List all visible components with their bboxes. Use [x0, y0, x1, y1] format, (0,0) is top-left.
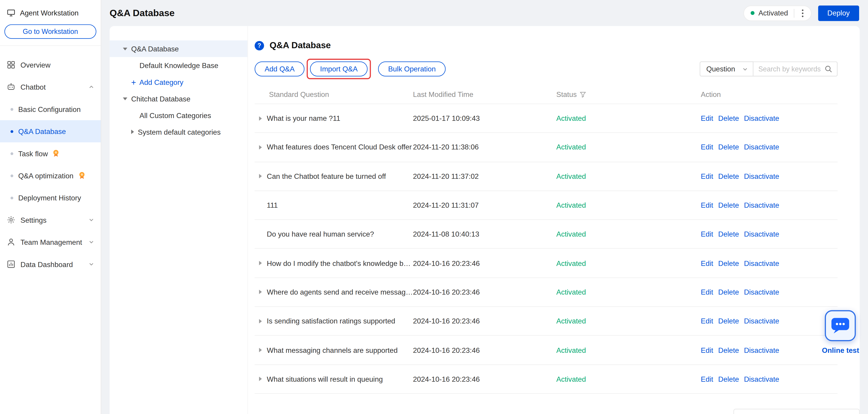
sidebar-item-team-management[interactable]: Team Management	[0, 231, 101, 253]
action-delete-link[interactable]: Delete	[718, 375, 739, 383]
action-edit-link[interactable]: Edit	[701, 317, 713, 325]
deploy-button[interactable]: Deploy	[818, 5, 859, 21]
sidebar-item-basic-configuration[interactable]: Basic Configuration	[0, 98, 101, 120]
sidebar-item-qa-database[interactable]: Q&A Database	[0, 120, 101, 142]
row-question: How do I modify the chatbot's knowledge …	[267, 259, 413, 267]
action-delete-link[interactable]: Delete	[718, 201, 739, 209]
action-delete-link[interactable]: Delete	[718, 230, 739, 238]
expand-caret-icon[interactable]	[259, 319, 262, 323]
tree-item-system-default-categories[interactable]: System default categories	[110, 123, 247, 140]
tree-item-chitchat-database[interactable]: Chitchat Database	[110, 90, 247, 107]
sidebar-item-task-flow[interactable]: Task flow	[0, 142, 101, 165]
action-delete-link[interactable]: Delete	[718, 114, 739, 123]
row-actions: EditDeleteDisactivate	[701, 346, 838, 354]
add-category-button[interactable]: + Add Category	[110, 74, 247, 90]
row-time: 2024-10-16 20:23:46	[413, 259, 556, 267]
action-disactivate-link[interactable]: Disactivate	[744, 230, 779, 238]
action-disactivate-link[interactable]: Disactivate	[744, 288, 779, 296]
row-status: Activated	[556, 172, 701, 181]
expand-caret-icon[interactable]	[259, 290, 262, 294]
tree-item-default-knowledge-base[interactable]: Default Knowledge Base	[110, 57, 247, 74]
sidebar-item-overview[interactable]: Overview	[0, 54, 101, 76]
action-delete-link[interactable]: Delete	[718, 172, 739, 181]
action-disactivate-link[interactable]: Disactivate	[744, 201, 779, 209]
row-time: 2024-10-16 20:23:46	[413, 375, 556, 383]
search-input[interactable]	[758, 65, 824, 73]
activation-status-label: Activated	[758, 9, 788, 17]
action-delete-link[interactable]: Delete	[718, 259, 739, 267]
row-status: Activated	[556, 230, 701, 238]
pagination-bar[interactable]	[734, 409, 860, 414]
tree-item-label: All Custom Categories	[140, 111, 211, 119]
action-delete-link[interactable]: Delete	[718, 346, 739, 354]
tree-item-qa-database[interactable]: Q&A Database	[110, 40, 247, 57]
sidebar-item-qa-optimization[interactable]: Q&A optimization	[0, 165, 101, 186]
expand-caret-icon[interactable]	[259, 261, 262, 265]
row-actions: EditDeleteDisactivate	[701, 288, 838, 296]
table-row[interactable]: What situations will result in queuing 2…	[255, 365, 838, 394]
table-row[interactable]: Do you have real human service? 2024-11-…	[255, 220, 838, 249]
action-edit-link[interactable]: Edit	[701, 114, 713, 123]
action-edit-link[interactable]: Edit	[701, 201, 713, 209]
table-row[interactable]: What features does Tencent Cloud Desk of…	[255, 133, 838, 162]
action-disactivate-link[interactable]: Disactivate	[744, 346, 779, 354]
sidebar-item-deployment-history[interactable]: Deployment History	[0, 187, 101, 209]
sidebar-item-settings[interactable]: Settings	[0, 209, 101, 231]
action-edit-link[interactable]: Edit	[701, 172, 713, 181]
table-row[interactable]: How do I modify the chatbot's knowledge …	[255, 249, 838, 278]
action-disactivate-link[interactable]: Disactivate	[744, 259, 779, 267]
caret-down-icon[interactable]	[123, 97, 127, 100]
action-delete-link[interactable]: Delete	[718, 317, 739, 325]
workspace-label: Agent Workstation	[20, 9, 79, 17]
action-edit-link[interactable]: Edit	[701, 346, 713, 354]
go-to-workstation-button[interactable]: Go to Workstation	[4, 24, 96, 39]
table-row[interactable]: What messaging channels are supported 20…	[255, 336, 838, 365]
topbar-right: Activated Deploy	[743, 5, 859, 21]
plus-icon: +	[131, 78, 136, 86]
row-status: Activated	[556, 143, 701, 151]
table-row[interactable]: 111 2024-11-20 11:31:07 Activated EditDe…	[255, 191, 838, 220]
action-edit-link[interactable]: Edit	[701, 143, 713, 151]
sidebar-item-data-dashboard[interactable]: Data Dashboard	[0, 253, 101, 275]
action-disactivate-link[interactable]: Disactivate	[744, 143, 779, 151]
table-row[interactable]: Is sending satisfaction ratings supporte…	[255, 307, 838, 336]
column-header-status: Status	[556, 90, 701, 99]
table-row[interactable]: Where do agents send and receive message…	[255, 278, 838, 307]
action-disactivate-link[interactable]: Disactivate	[744, 375, 779, 383]
row-actions: EditDeleteDisactivate	[701, 317, 838, 325]
action-edit-link[interactable]: Edit	[701, 259, 713, 267]
add-qa-button[interactable]: Add Q&A	[255, 61, 305, 77]
action-disactivate-link[interactable]: Disactivate	[744, 317, 779, 325]
action-disactivate-link[interactable]: Disactivate	[744, 172, 779, 181]
search-field-select[interactable]: Question	[700, 61, 753, 77]
add-category-label: Add Category	[140, 78, 183, 86]
import-qa-button[interactable]: Import Q&A	[310, 61, 368, 77]
search-icon[interactable]	[824, 65, 833, 73]
caret-right-icon[interactable]	[131, 130, 134, 134]
filter-icon[interactable]	[580, 91, 586, 98]
expand-caret-icon[interactable]	[259, 174, 262, 178]
action-disactivate-link[interactable]: Disactivate	[744, 114, 779, 123]
main-area: Q&A Database Activated Deploy	[101, 0, 868, 414]
action-edit-link[interactable]: Edit	[701, 375, 713, 383]
expand-caret-icon[interactable]	[259, 377, 262, 381]
sidebar-item-chatbot[interactable]: Chatbot	[0, 76, 101, 98]
more-options-button[interactable]	[795, 6, 810, 20]
tree-item-label: Chitchat Database	[131, 94, 190, 103]
table-row[interactable]: Can the Chatbot feature be turned off 20…	[255, 162, 838, 191]
table-row[interactable]: What is your name ?11 2025-01-17 10:09:4…	[255, 104, 838, 133]
action-delete-link[interactable]: Delete	[718, 288, 739, 296]
expand-caret-icon[interactable]	[259, 348, 262, 352]
tree-item-all-custom-categories[interactable]: All Custom Categories	[110, 107, 247, 123]
action-delete-link[interactable]: Delete	[718, 143, 739, 151]
expand-caret-icon[interactable]	[259, 116, 262, 120]
action-edit-link[interactable]: Edit	[701, 288, 713, 296]
bulk-operation-button[interactable]: Bulk Operation	[378, 61, 445, 77]
workspace-header: Agent Workstation	[0, 7, 101, 19]
caret-down-icon[interactable]	[123, 47, 127, 50]
expand-caret-icon[interactable]	[259, 145, 262, 149]
help-icon[interactable]: ?	[255, 41, 264, 50]
row-time: 2024-11-08 10:40:13	[413, 230, 556, 238]
action-edit-link[interactable]: Edit	[701, 230, 713, 238]
online-test-button[interactable]	[825, 310, 856, 341]
